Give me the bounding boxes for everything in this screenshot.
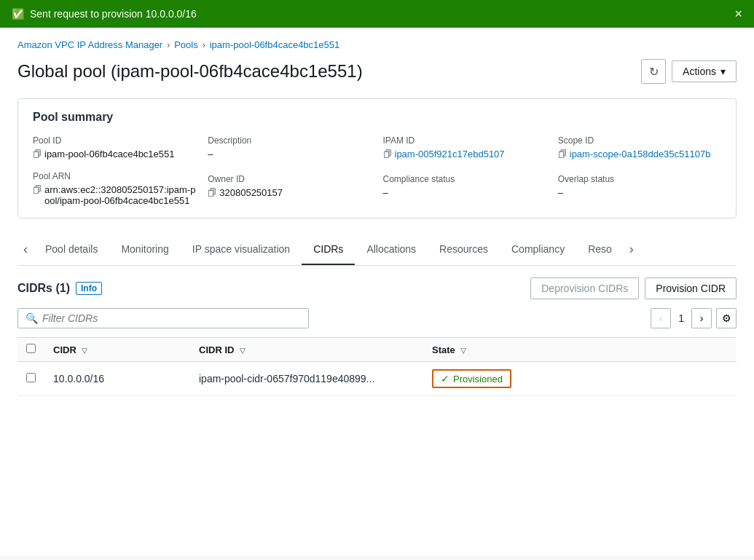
breadcrumb: Amazon VPC IP Address Manager › Pools › … [17, 39, 737, 50]
owner-id-text: 320805250157 [219, 187, 283, 198]
cidrs-header: CIDRs (1) Info Deprovision CIDRs Provisi… [17, 277, 737, 308]
pool-summary-card: Pool summary Pool ID 🗍 ipam-pool-06fb4ca… [17, 98, 737, 218]
row-checkbox[interactable] [26, 373, 36, 382]
table-header-cidr-id: CIDR ID ▽ [190, 338, 423, 362]
filter-bar: 🔍 ‹ 1 › ⚙ [17, 308, 737, 328]
compliance-value: – [383, 187, 546, 198]
pool-id-copy-icon[interactable]: 🗍 [33, 149, 42, 159]
pool-arn-value: 🗍 arn:aws:ec2::320805250157:ipam-pool/ip… [33, 184, 196, 206]
ipam-id-link[interactable]: ipam-005f921c17ebd5107 [395, 149, 505, 159]
summary-col-1: Pool ID 🗍 ipam-pool-06fb4cace4bc1e551 Po… [33, 135, 196, 206]
row-cidr-id-value: ipam-pool-cidr-0657f970d119e40899... [199, 373, 374, 384]
scope-id-copy-icon[interactable]: 🗍 [558, 149, 567, 159]
page-title: Global pool (ipam-pool-06fb4cace4bc1e551… [17, 61, 363, 82]
summary-col-2: Description – Owner ID 🗍 320805250157 [208, 135, 371, 206]
banner-close-button[interactable]: × [734, 7, 742, 20]
state-badge: ✓ Provisioned [432, 369, 511, 388]
cidrs-section: CIDRs (1) Info Deprovision CIDRs Provisi… [17, 266, 737, 396]
banner-content: ✅ Sent request to provision 10.0.0.0/16 [12, 8, 197, 20]
breadcrumb-vpc-ipam[interactable]: Amazon VPC IP Address Manager [17, 39, 162, 50]
pool-arn-text: arn:aws:ec2::320805250157:ipam-pool/ipam… [44, 184, 196, 206]
row-cidr-cell: 10.0.0.0/16 [44, 362, 190, 396]
owner-id-copy-icon[interactable]: 🗍 [208, 188, 216, 198]
description-value: – [208, 149, 371, 159]
pool-summary-grid: Pool ID 🗍 ipam-pool-06fb4cace4bc1e551 Po… [33, 135, 721, 206]
provision-cidr-button[interactable]: Provision CIDR [645, 277, 737, 299]
scope-id-label: Scope ID [558, 135, 721, 146]
table-header-checkbox [17, 338, 44, 362]
actions-button[interactable]: Actions ▾ [672, 60, 737, 82]
pool-summary-title: Pool summary [33, 111, 721, 124]
tab-ip-space-visualization[interactable]: IP space visualization [181, 234, 302, 265]
state-sort-icon[interactable]: ▽ [460, 347, 466, 355]
ipam-id-value: 🗍 ipam-005f921c17ebd5107 [383, 149, 546, 159]
cidrs-table: CIDR ▽ CIDR ID ▽ State ▽ [17, 337, 737, 396]
summary-col-4: Scope ID 🗍 ipam-scope-0a158dde35c51107b … [558, 135, 721, 206]
tabs-prev-button[interactable]: ‹ [17, 233, 34, 265]
breadcrumb-pools[interactable]: Pools [174, 39, 198, 50]
table-row: 10.0.0.0/16 ipam-pool-cidr-0657f970d119e… [17, 362, 737, 396]
tabs-container: ‹ Pool details Monitoring IP space visua… [17, 233, 737, 266]
overlap-label: Overlap status [558, 174, 721, 184]
actions-chevron-icon: ▾ [720, 66, 726, 77]
select-all-checkbox[interactable] [26, 344, 36, 353]
summary-col-3: IPAM ID 🗍 ipam-005f921c17ebd5107 Complia… [383, 135, 546, 206]
pool-id-label: Pool ID [33, 135, 196, 146]
description-label: Description [208, 135, 371, 146]
page-prev-button[interactable]: ‹ [651, 308, 671, 328]
pool-arn-copy-icon[interactable]: 🗍 [33, 185, 42, 195]
deprovision-cidrs-button[interactable]: Deprovision CIDRs [530, 277, 639, 299]
main-content: Amazon VPC IP Address Manager › Pools › … [0, 28, 754, 556]
ipam-id-label: IPAM ID [383, 135, 546, 146]
banner-message: Sent request to provision 10.0.0.0/16 [30, 8, 197, 20]
scope-id-value: 🗍 ipam-scope-0a158dde35c51107b [558, 149, 721, 159]
ipam-id-copy-icon[interactable]: 🗍 [383, 149, 392, 159]
tabs-next-button[interactable]: › [624, 233, 640, 265]
breadcrumb-pool-id[interactable]: ipam-pool-06fb4cace4bc1e551 [210, 39, 340, 50]
banner-check-icon: ✅ [12, 8, 24, 20]
cidrs-info-badge[interactable]: Info [76, 282, 102, 295]
page-next-button[interactable]: › [691, 308, 712, 328]
search-input[interactable] [42, 312, 301, 324]
refresh-button[interactable]: ↻ [641, 59, 666, 84]
breadcrumb-sep-1: › [167, 40, 170, 50]
overlap-value: – [558, 187, 721, 198]
table-header-state: State ▽ [423, 338, 737, 362]
pool-id-text: ipam-pool-06fb4cace4bc1e551 [44, 149, 175, 159]
cidrs-title-text: CIDRs (1) [17, 282, 70, 295]
row-checkbox-cell [17, 362, 44, 396]
row-cidr-id-cell: ipam-pool-cidr-0657f970d119e40899... [190, 362, 423, 396]
tab-pool-details[interactable]: Pool details [34, 234, 109, 265]
row-state-cell: ✓ Provisioned [423, 362, 737, 396]
state-label: Provisioned [453, 374, 503, 384]
state-check-icon: ✓ [441, 373, 449, 384]
pool-arn-label: Pool ARN [33, 171, 196, 181]
compliance-label: Compliance status [383, 174, 546, 184]
actions-label: Actions [683, 66, 716, 77]
owner-id-label: Owner ID [208, 174, 371, 184]
breadcrumb-sep-2: › [203, 40, 205, 50]
cidrs-title-group: CIDRs (1) Info [17, 282, 102, 295]
success-banner: ✅ Sent request to provision 10.0.0.0/16 … [0, 0, 754, 28]
row-cidr-value: 10.0.0.0/16 [53, 373, 104, 384]
tab-resources[interactable]: Resources [428, 234, 500, 265]
page-number: 1 [675, 312, 687, 324]
search-icon: 🔍 [25, 312, 38, 324]
owner-id-value: 🗍 320805250157 [208, 187, 371, 198]
tab-monitoring[interactable]: Monitoring [109, 234, 180, 265]
tab-compliancy[interactable]: Compliancy [500, 234, 576, 265]
tab-allocations[interactable]: Allocations [355, 234, 428, 265]
table-header-row: CIDR ▽ CIDR ID ▽ State ▽ [17, 338, 737, 362]
cidr-sort-icon[interactable]: ▽ [82, 347, 87, 355]
tab-cidrs[interactable]: CIDRs [302, 234, 355, 265]
search-wrapper: 🔍 [17, 308, 309, 328]
pagination: ‹ 1 › ⚙ [651, 308, 737, 328]
table-settings-button[interactable]: ⚙ [716, 308, 737, 328]
cidr-id-sort-icon[interactable]: ▽ [240, 347, 246, 355]
table-header-cidr: CIDR ▽ [44, 338, 190, 362]
header-actions: ↻ Actions ▾ [641, 59, 737, 84]
pool-id-value: 🗍 ipam-pool-06fb4cace4bc1e551 [33, 149, 196, 159]
cidrs-actions: Deprovision CIDRs Provision CIDR [530, 277, 737, 299]
tab-reso[interactable]: Reso [576, 234, 624, 265]
scope-id-link[interactable]: ipam-scope-0a158dde35c51107b [570, 149, 711, 159]
